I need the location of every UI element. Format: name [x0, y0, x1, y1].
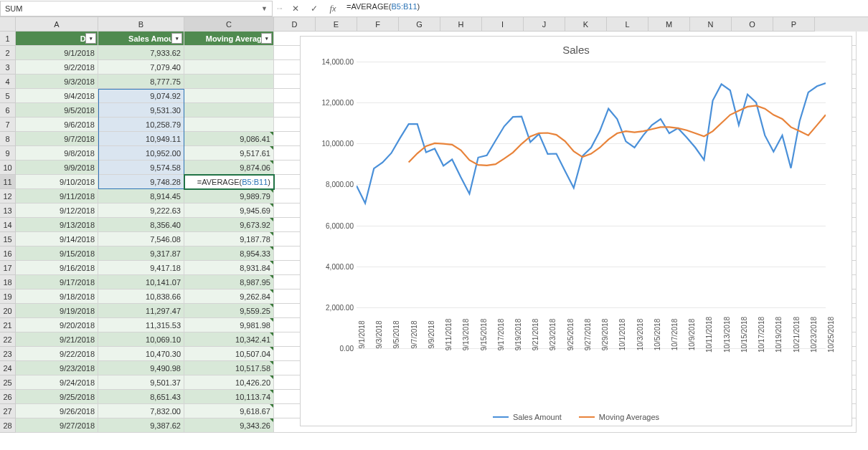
cell[interactable]: 8,777.75 [98, 75, 184, 89]
cell[interactable]: 8,954.33 [184, 246, 274, 261]
filter-dropdown-icon[interactable]: ▾ [171, 33, 182, 44]
cell[interactable]: 9/20/2018 [16, 318, 98, 332]
header-cell[interactable]: Sales Amount▾ [98, 32, 184, 46]
row-header[interactable]: 22 [0, 332, 16, 347]
row-header[interactable]: 18 [0, 275, 16, 289]
cell[interactable]: 9/13/2018 [16, 218, 98, 232]
cell[interactable] [184, 75, 274, 89]
col-header-D[interactable]: D [274, 17, 316, 32]
row-header[interactable]: 9 [0, 146, 16, 161]
row-header[interactable]: 21 [0, 318, 16, 332]
dropdown-arrow-icon[interactable]: ▼ [261, 5, 268, 12]
cell[interactable]: 11,315.53 [98, 318, 184, 332]
cell[interactable]: 9/4/2018 [16, 89, 98, 103]
cell[interactable]: 9/22/2018 [16, 347, 98, 361]
cell[interactable]: 9/10/2018 [16, 175, 98, 189]
cell[interactable]: 7,079.40 [98, 60, 184, 75]
col-header-C[interactable]: C [184, 17, 274, 32]
cell[interactable]: 9,490.98 [98, 361, 184, 375]
row-header[interactable]: 23 [0, 347, 16, 361]
cell[interactable]: 9/5/2018 [16, 103, 98, 118]
cell[interactable]: 9/23/2018 [16, 361, 98, 375]
row-header[interactable]: 27 [0, 404, 16, 418]
row-header[interactable]: 8 [0, 132, 16, 146]
row-header[interactable]: 2 [0, 46, 16, 60]
col-header-G[interactable]: G [399, 17, 440, 32]
col-header-H[interactable]: H [440, 17, 482, 32]
cell[interactable]: 9/1/2018 [16, 46, 98, 60]
cell[interactable]: 10,470.30 [98, 347, 184, 361]
cell[interactable]: 9,559.25 [184, 304, 274, 318]
cell[interactable]: 9/25/2018 [16, 390, 98, 404]
row-header[interactable]: 12 [0, 189, 16, 204]
cell[interactable]: 9,501.37 [98, 375, 184, 390]
cell[interactable]: 9,945.69 [184, 204, 274, 218]
cell[interactable]: 8,651.43 [98, 390, 184, 404]
cell[interactable]: 9/11/2018 [16, 189, 98, 204]
cell[interactable]: =AVERAGE(B5:B11) [184, 175, 274, 189]
col-header-P[interactable]: P [773, 17, 815, 32]
cell[interactable]: 10,952.00 [98, 146, 184, 161]
cell[interactable]: 9,222.63 [98, 204, 184, 218]
cell[interactable] [184, 118, 274, 132]
col-header-O[interactable]: O [732, 17, 773, 32]
row-header[interactable]: 5 [0, 89, 16, 103]
row-header[interactable]: 1 [0, 32, 16, 46]
cell[interactable]: 8,987.95 [184, 275, 274, 289]
enter-button[interactable]: ✓ [305, 1, 324, 16]
row-header[interactable]: 11 [0, 175, 16, 189]
cell[interactable]: 11,297.47 [98, 304, 184, 318]
cell[interactable] [184, 89, 274, 103]
row-header[interactable]: 13 [0, 204, 16, 218]
cell[interactable]: 9/24/2018 [16, 375, 98, 390]
row-header[interactable]: 24 [0, 361, 16, 375]
row-header[interactable]: 19 [0, 289, 16, 304]
cell[interactable]: 9/14/2018 [16, 232, 98, 246]
col-header-E[interactable]: E [316, 17, 357, 32]
cell[interactable] [184, 46, 274, 60]
row-header[interactable]: 14 [0, 218, 16, 232]
cell[interactable]: 9,874.06 [184, 161, 274, 175]
cell[interactable]: 9/3/2018 [16, 75, 98, 89]
cell[interactable]: 10,426.20 [184, 375, 274, 390]
row-header[interactable]: 10 [0, 161, 16, 175]
cell[interactable]: 9/16/2018 [16, 261, 98, 275]
cell[interactable]: 9,748.28 [98, 175, 184, 189]
cell[interactable]: 9,074.92 [98, 89, 184, 103]
cell[interactable]: 9/15/2018 [16, 246, 98, 261]
chart[interactable]: Sales 0.002,000.004,000.006,000.008,000.… [300, 36, 852, 426]
col-header-J[interactable]: J [524, 17, 565, 32]
cell[interactable]: 9,086.41 [184, 132, 274, 146]
cell[interactable]: 7,933.62 [98, 46, 184, 60]
cell[interactable]: 10,258.79 [98, 118, 184, 132]
cell[interactable]: 8,356.40 [98, 218, 184, 232]
cell[interactable]: 9,989.79 [184, 189, 274, 204]
row-header[interactable]: 26 [0, 390, 16, 404]
filter-dropdown-icon[interactable]: ▾ [261, 33, 272, 44]
row-header[interactable]: 4 [0, 75, 16, 89]
cell[interactable]: 10,949.11 [98, 132, 184, 146]
cell[interactable]: 9,574.58 [98, 161, 184, 175]
cell[interactable]: 9/27/2018 [16, 418, 98, 433]
cell[interactable]: 9/21/2018 [16, 332, 98, 347]
cancel-button[interactable]: ✕ [286, 1, 305, 16]
cell[interactable] [184, 60, 274, 75]
cell[interactable]: 7,832.00 [98, 404, 184, 418]
cell[interactable]: 8,931.84 [184, 261, 274, 275]
cell[interactable]: 10,141.07 [98, 275, 184, 289]
cell[interactable]: 9/7/2018 [16, 132, 98, 146]
cell[interactable]: 10,069.10 [98, 332, 184, 347]
cell[interactable]: 10,517.58 [184, 361, 274, 375]
select-all-corner[interactable] [0, 17, 16, 32]
cell[interactable]: 9,317.87 [98, 246, 184, 261]
cell[interactable]: 9,343.26 [184, 418, 274, 433]
cell[interactable]: 9,417.18 [98, 261, 184, 275]
row-header[interactable]: 25 [0, 375, 16, 390]
cell[interactable]: 9/17/2018 [16, 275, 98, 289]
cell[interactable]: 9/2/2018 [16, 60, 98, 75]
header-cell[interactable]: Day▾ [16, 32, 98, 46]
cell[interactable]: 9/12/2018 [16, 204, 98, 218]
col-header-N[interactable]: N [690, 17, 732, 32]
cell[interactable]: 9/19/2018 [16, 304, 98, 318]
cell[interactable]: 9,531.30 [98, 103, 184, 118]
